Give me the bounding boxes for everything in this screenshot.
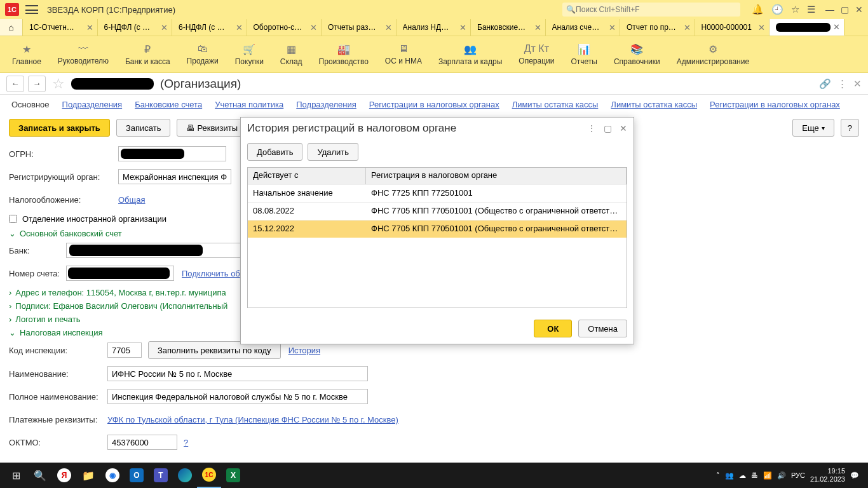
favorite-star-icon[interactable]: ☆ bbox=[52, 76, 65, 92]
link-icon[interactable]: 🔗 bbox=[819, 78, 831, 90]
nav-item[interactable]: ★Главное bbox=[4, 36, 50, 72]
filter-icon[interactable]: ☰ bbox=[807, 4, 815, 15]
sub-tab[interactable]: Лимиты остатка кассы bbox=[611, 100, 697, 109]
table-row[interactable]: Начальное значениеФНС 7725 КПП 772501001 bbox=[248, 184, 627, 202]
sub-tab[interactable]: Подразделения bbox=[62, 100, 123, 109]
save-button[interactable]: Записать bbox=[116, 119, 171, 137]
sub-tab[interactable]: Регистрации в налоговых органах bbox=[710, 100, 840, 109]
oktmo-input[interactable] bbox=[107, 435, 177, 450]
nav-item[interactable]: 〰Руководителю bbox=[50, 36, 117, 72]
reg-organ-input[interactable] bbox=[118, 169, 231, 184]
dialog-cancel-button[interactable]: Отмена bbox=[578, 320, 627, 337]
tab-close-icon[interactable]: ✕ bbox=[310, 23, 317, 32]
nav-item[interactable]: 🛒Покупки bbox=[227, 36, 272, 72]
kebab-icon[interactable]: ⋮ bbox=[837, 78, 847, 90]
tab-close-icon[interactable]: ✕ bbox=[459, 23, 466, 32]
nav-item[interactable]: 🛍Продажи bbox=[179, 36, 227, 72]
nav-item[interactable]: 🖥ОС и НМА bbox=[377, 36, 430, 72]
nav-item[interactable]: 🏭Производство bbox=[311, 36, 377, 72]
tray-lang[interactable]: РУС bbox=[791, 471, 805, 479]
document-tab[interactable]: Отчет по пр…✕ bbox=[620, 19, 695, 36]
document-tab[interactable]: 6-НДФЛ (с …✕ bbox=[172, 19, 247, 36]
minimize-icon[interactable]: — bbox=[825, 4, 834, 15]
outlook-icon[interactable]: O bbox=[125, 463, 149, 488]
sub-tab[interactable]: Основное bbox=[11, 100, 50, 109]
account-input[interactable] bbox=[66, 266, 174, 281]
sub-tab[interactable]: Лимиты остатка кассы bbox=[512, 100, 599, 109]
tab-close-icon[interactable]: ✕ bbox=[161, 23, 168, 32]
fullname-input[interactable] bbox=[107, 389, 368, 404]
sub-tab[interactable]: Учетная политика bbox=[215, 100, 283, 109]
dialog-ok-button[interactable]: ОК bbox=[534, 320, 572, 337]
back-button[interactable]: ← bbox=[6, 76, 24, 92]
close-icon[interactable]: ✕ bbox=[855, 4, 863, 15]
tab-close-icon[interactable]: ✕ bbox=[534, 23, 541, 32]
table-row[interactable]: 15.12.2022ФНС 7705 КПП 770501001 (Общест… bbox=[248, 220, 627, 238]
tray-cloud-icon[interactable]: ☁ bbox=[739, 471, 746, 480]
tray-teams-icon[interactable]: 👥 bbox=[725, 471, 734, 480]
tab-close-icon[interactable]: ✕ bbox=[385, 23, 392, 32]
requisites-button[interactable]: 🖶Реквизиты bbox=[177, 119, 247, 137]
teams-icon[interactable]: T bbox=[149, 463, 173, 488]
tray-notifications-icon[interactable]: 💬 bbox=[850, 471, 859, 480]
table-row[interactable]: 08.08.2022ФНС 7705 КПП 770501001 (Общест… bbox=[248, 202, 627, 220]
more-button[interactable]: Еще ▾ bbox=[792, 119, 834, 137]
document-tab-active[interactable]: ✕ bbox=[770, 19, 844, 36]
tab-close-icon[interactable]: ✕ bbox=[86, 23, 93, 32]
maximize-icon[interactable]: ▢ bbox=[841, 4, 849, 15]
sub-tab[interactable]: Регистрации в налоговых органах bbox=[369, 100, 499, 109]
nav-item[interactable]: Дт КтОперации bbox=[510, 36, 562, 72]
form-close-icon[interactable]: ✕ bbox=[853, 78, 862, 90]
document-tab[interactable]: 6-НДФЛ (с …✕ bbox=[98, 19, 173, 36]
tray-clock[interactable]: 19:15 21.02.2023 bbox=[810, 467, 845, 484]
tab-close-icon[interactable]: ✕ bbox=[833, 22, 840, 32]
connect-link[interactable]: Подключить об bbox=[182, 269, 240, 278]
ogrn-input[interactable] bbox=[118, 146, 226, 161]
foreign-checkbox[interactable] bbox=[9, 215, 17, 223]
tab-close-icon[interactable]: ✕ bbox=[758, 23, 765, 32]
document-tab[interactable]: Анализ НД…✕ bbox=[397, 19, 471, 36]
code-input[interactable] bbox=[107, 342, 142, 358]
nav-item[interactable]: ₽Банк и касса bbox=[117, 36, 179, 72]
bell-icon[interactable]: 🔔 bbox=[752, 4, 764, 15]
help-button[interactable]: ? bbox=[841, 119, 859, 137]
save-close-button[interactable]: Записать и закрыть bbox=[9, 119, 110, 137]
name-input[interactable] bbox=[107, 366, 368, 381]
tab-close-icon[interactable]: ✕ bbox=[684, 23, 691, 32]
burger-menu-icon[interactable] bbox=[25, 5, 38, 14]
nav-item[interactable]: ⚙Администрирование bbox=[668, 36, 757, 72]
tray-chevron-icon[interactable]: ˄ bbox=[716, 471, 720, 480]
yandex-icon[interactable]: Я bbox=[52, 463, 76, 488]
sub-tab[interactable]: Подразделения bbox=[296, 100, 356, 109]
tab-close-icon[interactable]: ✕ bbox=[609, 23, 616, 32]
dialog-maximize-icon[interactable]: ▢ bbox=[604, 123, 612, 133]
oktmo-help[interactable]: ? bbox=[184, 438, 188, 447]
nav-item[interactable]: 📚Справочники bbox=[606, 36, 668, 72]
star-icon[interactable]: ☆ bbox=[791, 4, 799, 15]
document-tab[interactable]: Оборотно-с…✕ bbox=[247, 19, 322, 36]
dialog-kebab-icon[interactable]: ⋮ bbox=[587, 123, 596, 133]
excel-icon[interactable]: X bbox=[221, 463, 245, 488]
global-search[interactable]: 🔍 bbox=[562, 3, 740, 17]
history-icon[interactable]: 🕘 bbox=[771, 4, 783, 15]
tax-link[interactable]: Общая bbox=[118, 195, 146, 205]
dialog-delete-button[interactable]: Удалить bbox=[308, 143, 358, 161]
tray-printer-icon[interactable]: 🖶 bbox=[751, 471, 758, 479]
document-tab[interactable]: Отчеты раз…✕ bbox=[322, 19, 397, 36]
document-tab[interactable]: Н0000-000001✕ bbox=[695, 19, 770, 36]
payment-link[interactable]: УФК по Тульской области, г Тула (Инспекц… bbox=[107, 415, 398, 424]
explorer-icon[interactable]: 📁 bbox=[76, 463, 100, 488]
edge-icon[interactable] bbox=[173, 463, 197, 488]
1c-taskbar-icon[interactable]: 1C bbox=[197, 463, 221, 488]
start-button[interactable]: ⊞ bbox=[4, 463, 28, 488]
document-tab[interactable]: 1С-Отчетн…✕ bbox=[23, 19, 98, 36]
search-input[interactable] bbox=[576, 5, 728, 14]
home-tab[interactable]: ⌂ bbox=[0, 19, 23, 36]
nav-item[interactable]: 📊Отчеты bbox=[562, 36, 605, 72]
chrome-icon[interactable]: ◉ bbox=[100, 463, 125, 488]
search-taskbar-icon[interactable]: 🔍 bbox=[28, 463, 52, 488]
history-link[interactable]: История bbox=[288, 346, 320, 355]
nav-item[interactable]: ▦Склад bbox=[272, 36, 311, 72]
dialog-add-button[interactable]: Добавить bbox=[247, 143, 302, 161]
sub-tab[interactable]: Банковские счета bbox=[135, 100, 202, 109]
